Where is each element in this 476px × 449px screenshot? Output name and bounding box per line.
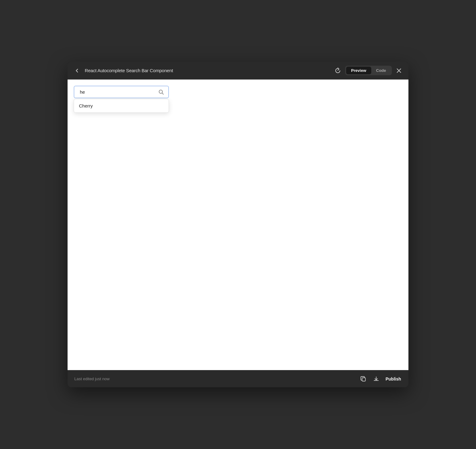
titlebar-left: React Autocomplete Search Bar Component (73, 67, 334, 75)
dropdown-item[interactable]: Cherry (74, 99, 169, 112)
search-input-wrapper (74, 86, 169, 98)
last-edited-text: Last edited just now (74, 377, 359, 381)
search-container: Cherry (74, 86, 169, 98)
tab-preview[interactable]: Preview (346, 67, 371, 74)
copy-button[interactable] (359, 375, 368, 383)
close-button[interactable] (395, 67, 403, 75)
search-input[interactable] (77, 86, 157, 98)
titlebar: React Autocomplete Search Bar Component … (68, 62, 408, 80)
svg-rect-1 (362, 378, 365, 381)
download-button[interactable] (372, 375, 380, 383)
statusbar-actions: Publish (359, 375, 402, 383)
search-icon-button[interactable] (157, 88, 165, 96)
tab-group: Preview Code (345, 66, 392, 75)
titlebar-right: Preview Code (334, 66, 403, 75)
statusbar: Last edited just now Publish (68, 370, 408, 387)
publish-button[interactable]: Publish (385, 375, 402, 383)
window-title: React Autocomplete Search Bar Component (85, 68, 173, 73)
preview-area: Cherry (68, 80, 408, 370)
autocomplete-dropdown: Cherry (74, 99, 169, 113)
refresh-button[interactable] (334, 66, 342, 75)
back-button[interactable] (73, 67, 81, 75)
tab-code[interactable]: Code (371, 67, 391, 74)
app-window: React Autocomplete Search Bar Component … (68, 62, 408, 387)
